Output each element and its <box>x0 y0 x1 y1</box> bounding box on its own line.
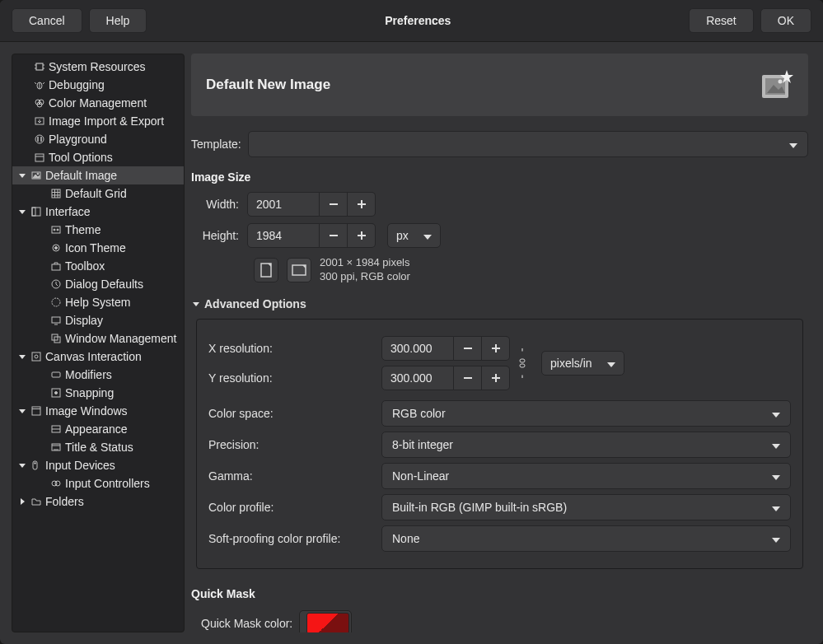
yres-decrement-button[interactable] <box>454 366 482 390</box>
sidebar-item-appearance[interactable]: Appearance <box>12 420 184 438</box>
svg-point-30 <box>55 247 58 250</box>
xres-decrement-button[interactable] <box>454 336 482 361</box>
expander-icon <box>17 170 27 180</box>
sidebar-item-playground[interactable]: Playground <box>12 130 184 148</box>
help-button[interactable]: Help <box>89 8 147 33</box>
resolution-chain-link-icon[interactable] <box>515 334 530 392</box>
yres-input[interactable] <box>381 366 454 390</box>
svg-rect-14 <box>35 154 44 161</box>
sidebar-item-debugging[interactable]: Debugging <box>12 76 184 94</box>
preferences-tree[interactable]: System ResourcesDebuggingColor Managemen… <box>12 54 185 632</box>
sidebar-item-label: Theme <box>65 223 101 236</box>
color-profile-combo[interactable]: Built-in RGB (GIMP built-in sRGB) <box>381 494 791 520</box>
sidebar-item-label: Title & Status <box>65 441 133 454</box>
sidebar-item-display[interactable]: Display <box>12 311 184 329</box>
chevron-down-icon <box>423 229 432 242</box>
sidebar-item-help-system[interactable]: Help System <box>12 293 184 311</box>
yres-increment-button[interactable] <box>482 366 510 390</box>
sidebar-item-label: Default Grid <box>65 187 127 200</box>
image-info-text: 2001 × 1984 pixels 300 ppi, RGB color <box>320 256 410 284</box>
sidebar-item-window-management[interactable]: Window Management <box>12 329 184 348</box>
yres-label: Y resolution: <box>208 371 381 385</box>
svg-rect-24 <box>32 208 40 216</box>
controller-icon <box>50 478 62 489</box>
expander-icon <box>17 207 27 217</box>
chevron-down-icon <box>772 469 780 483</box>
landscape-button[interactable] <box>287 258 311 282</box>
sidebar-item-label: Color Management <box>49 96 147 110</box>
quick-mask-color-button[interactable] <box>306 613 349 632</box>
svg-point-42 <box>55 392 58 394</box>
svg-line-7 <box>35 82 36 84</box>
svg-point-13 <box>35 135 44 143</box>
interface-icon <box>30 206 42 217</box>
precision-combo[interactable]: 8-bit integer <box>381 432 791 458</box>
svg-rect-0 <box>36 63 43 70</box>
chevron-down-icon <box>607 357 615 370</box>
sidebar-item-color-management[interactable]: Color Management <box>12 94 184 112</box>
sidebar-item-default-grid[interactable]: Default Grid <box>12 184 184 203</box>
svg-rect-31 <box>52 264 60 270</box>
imgwin-icon <box>30 405 42 417</box>
theme-icon <box>50 224 62 236</box>
svg-rect-38 <box>32 352 40 361</box>
sidebar-item-input-devices[interactable]: Input Devices <box>12 456 184 474</box>
xres-increment-button[interactable] <box>482 336 510 361</box>
portrait-button[interactable] <box>254 258 278 282</box>
import-icon <box>34 115 45 127</box>
soft-proof-combo[interactable]: None <box>381 525 791 552</box>
sidebar-item-system-resources[interactable]: System Resources <box>12 58 184 76</box>
advanced-options-expander[interactable]: Advanced Options <box>191 297 808 310</box>
canvas-icon <box>30 351 42 362</box>
sidebar-item-theme[interactable]: Theme <box>12 221 184 239</box>
sidebar-item-toolbox[interactable]: Toolbox <box>12 257 184 275</box>
template-combo[interactable] <box>248 131 808 157</box>
sidebar-item-icon-theme[interactable]: Icon Theme <box>12 239 184 257</box>
resolution-unit-combo[interactable]: pixels/in <box>541 351 624 376</box>
sidebar-item-dialog-defaults[interactable]: Dialog Defaults <box>12 275 184 293</box>
dialog-icon <box>50 278 62 290</box>
sidebar-item-default-image[interactable]: Default Image <box>12 166 184 184</box>
sidebar-item-folders[interactable]: Folders <box>12 492 184 511</box>
sidebar-item-image-windows[interactable]: Image Windows <box>12 402 184 420</box>
sidebar-item-image-import-export[interactable]: Image Import & Export <box>12 112 184 130</box>
tool-icon <box>34 152 45 163</box>
svg-rect-62 <box>330 235 338 236</box>
sidebar-item-modifiers[interactable]: Modifiers <box>12 366 184 384</box>
ok-button[interactable]: OK <box>760 8 811 33</box>
sidebar-item-label: Display <box>65 314 103 327</box>
sidebar-item-canvas-interaction[interactable]: Canvas Interaction <box>12 348 184 366</box>
gamma-label: Gamma: <box>208 469 381 483</box>
cancel-button[interactable]: Cancel <box>12 8 82 33</box>
svg-rect-70 <box>464 377 472 379</box>
reset-button[interactable]: Reset <box>689 8 754 33</box>
sidebar-item-interface[interactable]: Interface <box>12 203 184 221</box>
height-input[interactable] <box>247 223 320 248</box>
svg-rect-65 <box>261 264 271 277</box>
gamma-combo[interactable]: Non-Linear <box>381 463 791 489</box>
expander-icon <box>17 497 27 506</box>
sidebar-item-label: Dialog Defaults <box>65 278 143 291</box>
color-space-combo[interactable]: RGB color <box>381 400 791 427</box>
expander-icon <box>17 460 27 470</box>
folder-icon <box>30 496 42 507</box>
sidebar-item-label: Playground <box>49 133 107 146</box>
expander-icon <box>17 406 27 416</box>
sidebar-item-label: Appearance <box>65 422 128 436</box>
sidebar-item-title-status[interactable]: Title & Status <box>12 438 184 456</box>
height-increment-button[interactable] <box>348 223 376 248</box>
input-icon <box>30 460 42 471</box>
width-input[interactable] <box>247 192 320 217</box>
expander-icon <box>17 352 27 362</box>
xres-input[interactable] <box>381 336 454 361</box>
sidebar-item-snapping[interactable]: Snapping <box>12 384 184 402</box>
sidebar-item-label: Input Devices <box>45 459 115 472</box>
width-increment-button[interactable] <box>348 192 376 217</box>
sidebar-item-input-controllers[interactable]: Input Controllers <box>12 474 184 492</box>
size-unit-combo[interactable]: px <box>387 223 441 248</box>
width-decrement-button[interactable] <box>320 192 348 217</box>
precision-label: Precision: <box>208 438 381 451</box>
sidebar-item-tool-options[interactable]: Tool Options <box>12 148 184 166</box>
chevron-down-icon <box>772 532 780 545</box>
height-decrement-button[interactable] <box>320 223 348 248</box>
